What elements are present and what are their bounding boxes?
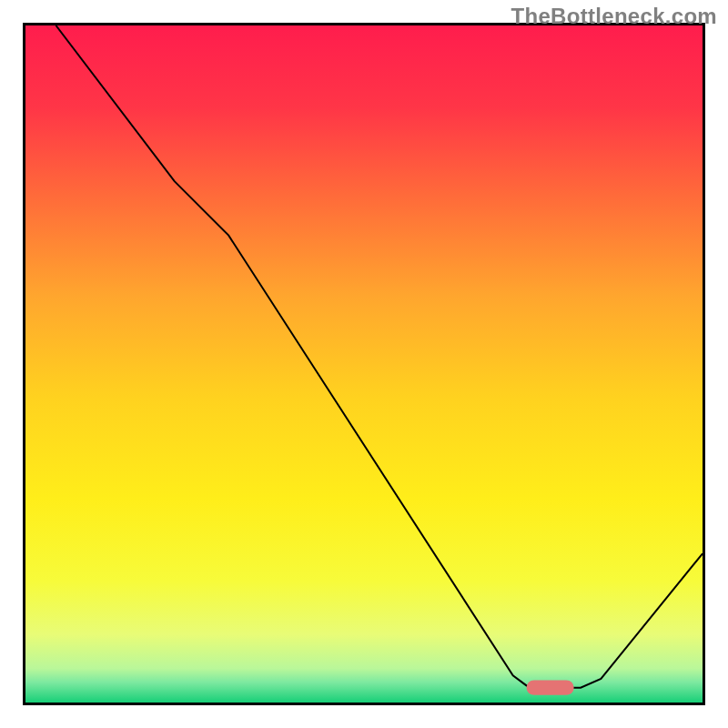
plot-background: [25, 25, 703, 703]
optimal-marker: [527, 680, 574, 694]
watermark-text: TheBottleneck.com: [511, 4, 717, 29]
bottleneck-chart: [0, 0, 728, 728]
